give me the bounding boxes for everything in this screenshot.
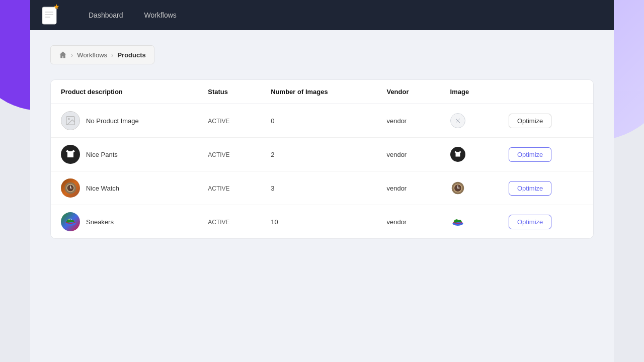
table-row: Nice Watch ACTIVE 3 vendor Optimize — [51, 171, 593, 205]
product-action-cell: Optimize — [499, 205, 593, 239]
main-content: › Workflows › Products Product descripti… — [30, 30, 614, 362]
breadcrumb-sep-2: › — [111, 51, 113, 59]
svg-point-18 — [457, 188, 458, 189]
table-row: Nice Pants ACTIVE 2 vendor Optimize — [51, 138, 593, 171]
product-desc-cell: Nice Watch — [51, 171, 198, 205]
product-num-images: 3 — [261, 171, 376, 205]
col-header-actions — [499, 80, 593, 104]
product-image-col — [440, 104, 499, 138]
product-action-cell: Optimize — [499, 171, 593, 205]
breadcrumb-products: Products — [117, 51, 145, 59]
breadcrumb: › Workflows › Products — [50, 45, 154, 64]
nav-workflows[interactable]: Workflows — [141, 9, 180, 21]
breadcrumb-sep-1: › — [71, 51, 73, 59]
svg-text:★: ★ — [53, 4, 60, 11]
product-action-cell: Optimize — [499, 138, 593, 171]
product-vendor: vendor — [376, 104, 440, 138]
navbar-logo: ★ — [40, 4, 60, 26]
optimize-button[interactable]: Optimize — [509, 181, 551, 196]
product-status: ACTIVE — [198, 171, 261, 205]
image-col-thumb-tshirt — [450, 147, 465, 162]
optimize-button[interactable]: Optimize — [509, 215, 551, 229]
product-status: ACTIVE — [198, 104, 261, 138]
svg-point-6 — [68, 118, 69, 120]
status-badge: ACTIVE — [208, 185, 229, 192]
col-header-image: Image — [440, 80, 499, 104]
table-header-row: Product description Status Number of Ima… — [51, 80, 593, 104]
product-thumb-sneakers — [61, 212, 80, 231]
product-num-images: 2 — [261, 138, 376, 171]
col-header-product-description: Product description — [51, 80, 198, 104]
product-thumb-watch — [61, 178, 80, 198]
product-vendor: vendor — [376, 171, 440, 205]
svg-point-12 — [70, 188, 71, 189]
product-desc-cell: No Product Image — [51, 104, 198, 138]
image-col-thumb-none — [450, 113, 465, 128]
status-badge: ACTIVE — [208, 118, 229, 125]
status-badge: ACTIVE — [208, 151, 229, 158]
product-image-col — [440, 205, 499, 239]
product-name: Nice Watch — [86, 185, 119, 192]
product-vendor: vendor — [376, 138, 440, 171]
product-desc-cell: Nice Pants — [51, 138, 198, 171]
table-row: Sneakers ACTIVE 10 vendor Optimize — [51, 205, 593, 239]
image-col-thumb-sneakers — [450, 214, 465, 229]
app-logo-icon: ★ — [40, 4, 60, 26]
image-col-thumb-watch — [450, 180, 465, 196]
product-name: No Product Image — [86, 117, 139, 125]
product-name: Sneakers — [86, 218, 114, 226]
product-image-col — [440, 138, 499, 171]
product-desc-cell: Sneakers — [51, 205, 198, 239]
product-thumb-none — [61, 111, 80, 130]
breadcrumb-home-icon[interactable] — [59, 51, 67, 59]
col-header-num-images: Number of Images — [261, 80, 376, 104]
optimize-button[interactable]: Optimize — [509, 114, 551, 128]
table-row: No Product Image ACTIVE 0 vendor Optimiz… — [51, 104, 593, 138]
optimize-button[interactable]: Optimize — [509, 147, 551, 162]
col-header-vendor: Vendor — [376, 80, 440, 104]
products-table-card: Product description Status Number of Ima… — [50, 79, 594, 239]
product-status: ACTIVE — [198, 205, 261, 239]
product-image-col — [440, 171, 499, 205]
product-num-images: 0 — [261, 104, 376, 138]
product-status: ACTIVE — [198, 138, 261, 171]
breadcrumb-workflows[interactable]: Workflows — [77, 51, 107, 59]
col-header-status: Status — [198, 80, 261, 104]
navbar: ★ Dashboard Workflows — [30, 0, 614, 30]
product-thumb-tshirt — [61, 145, 80, 164]
products-table: Product description Status Number of Ima… — [51, 80, 593, 238]
product-name: Nice Pants — [86, 151, 118, 158]
product-num-images: 10 — [261, 205, 376, 239]
product-action-cell: Optimize — [499, 104, 593, 138]
status-badge: ACTIVE — [208, 219, 229, 226]
product-vendor: vendor — [376, 205, 440, 239]
nav-dashboard[interactable]: Dashboard — [86, 9, 126, 21]
